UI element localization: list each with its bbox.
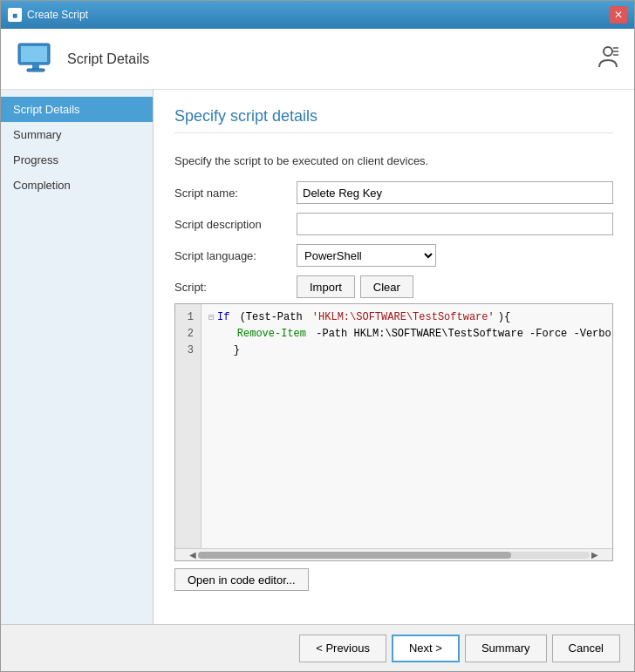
form-intro: Specify the script to be executed on cli… bbox=[174, 154, 613, 167]
sidebar: Script Details Summary Progress Completi… bbox=[1, 90, 154, 624]
clear-button[interactable]: Clear bbox=[360, 275, 413, 298]
cancel-button[interactable]: Cancel bbox=[552, 635, 620, 662]
line-numbers: 1 2 3 bbox=[175, 304, 201, 548]
script-description-label: Script description bbox=[174, 218, 297, 231]
title-bar-left: ■ Create Script bbox=[8, 8, 88, 22]
scroll-right-icon[interactable]: ▶ bbox=[590, 550, 600, 560]
main-area: Script Details Summary Progress Completi… bbox=[1, 90, 634, 624]
script-description-input[interactable] bbox=[297, 213, 613, 235]
person-icon bbox=[596, 44, 620, 74]
code-line-1: ⊟ If (Test-Path 'HKLM:\SOFTWARE\TestSoft… bbox=[208, 309, 605, 326]
title-bar: ■ Create Script ✕ bbox=[1, 1, 634, 29]
computer-icon bbox=[15, 38, 57, 80]
import-button[interactable]: Import bbox=[297, 275, 355, 298]
title-bar-title: Create Script bbox=[27, 9, 88, 21]
sidebar-item-script-details[interactable]: Script Details bbox=[1, 97, 153, 122]
script-name-input[interactable] bbox=[297, 181, 613, 204]
scrollbar-area: ◀ ▶ bbox=[175, 548, 612, 560]
header-title: Script Details bbox=[67, 51, 149, 67]
sidebar-item-progress[interactable]: Progress bbox=[1, 147, 153, 173]
script-name-row: Script name: bbox=[174, 181, 613, 204]
footer: < Previous Next > Summary Cancel bbox=[1, 624, 634, 671]
collapse-icon[interactable]: ⊟ bbox=[208, 311, 214, 325]
svg-point-4 bbox=[604, 47, 612, 56]
code-editor-wrapper: 1 2 3 ⊟ If (Test-Path 'HKLM:\SOFTWARE\Te… bbox=[174, 303, 613, 561]
code-line-3: } bbox=[208, 343, 605, 359]
code-content[interactable]: ⊟ If (Test-Path 'HKLM:\SOFTWARE\TestSoft… bbox=[201, 304, 612, 548]
open-in-editor-button[interactable]: Open in code editor... bbox=[174, 568, 309, 591]
script-buttons: Import Clear bbox=[297, 275, 413, 298]
svg-rect-2 bbox=[32, 64, 39, 69]
script-language-row: Script language: PowerShell VBScript Jav… bbox=[174, 244, 613, 267]
next-button[interactable]: Next > bbox=[392, 635, 460, 662]
code-editor[interactable]: 1 2 3 ⊟ If (Test-Path 'HKLM:\SOFTWARE\Te… bbox=[175, 304, 612, 548]
scrollbar-thumb[interactable] bbox=[198, 552, 511, 559]
script-description-row: Script description bbox=[174, 213, 613, 235]
script-language-label: Script language: bbox=[174, 249, 297, 262]
previous-button[interactable]: < Previous bbox=[299, 635, 386, 662]
sidebar-item-completion[interactable]: Completion bbox=[1, 173, 153, 198]
summary-button[interactable]: Summary bbox=[465, 635, 547, 662]
script-language-select[interactable]: PowerShell VBScript JavaScript bbox=[297, 244, 436, 267]
sidebar-item-summary[interactable]: Summary bbox=[1, 122, 153, 147]
code-line-2: Remove-Item -Path HKLM:\SOFTWARE\TestSof… bbox=[208, 326, 605, 343]
script-name-label: Script name: bbox=[174, 187, 297, 200]
close-button[interactable]: ✕ bbox=[610, 6, 627, 24]
script-label: Script: bbox=[174, 281, 297, 294]
svg-rect-3 bbox=[27, 69, 44, 71]
header: Script Details bbox=[1, 29, 634, 90]
scroll-left-icon[interactable]: ◀ bbox=[188, 550, 198, 560]
content-area: Specify script details Specify the scrip… bbox=[154, 90, 634, 624]
header-left: Script Details bbox=[15, 38, 149, 80]
scrollbar-track[interactable] bbox=[198, 552, 590, 559]
content-title: Specify script details bbox=[174, 107, 613, 133]
title-bar-icon: ■ bbox=[8, 8, 22, 22]
window: ■ Create Script ✕ Script Details bbox=[0, 0, 635, 672]
script-buttons-row: Script: Import Clear bbox=[174, 275, 613, 298]
svg-rect-1 bbox=[21, 46, 47, 62]
